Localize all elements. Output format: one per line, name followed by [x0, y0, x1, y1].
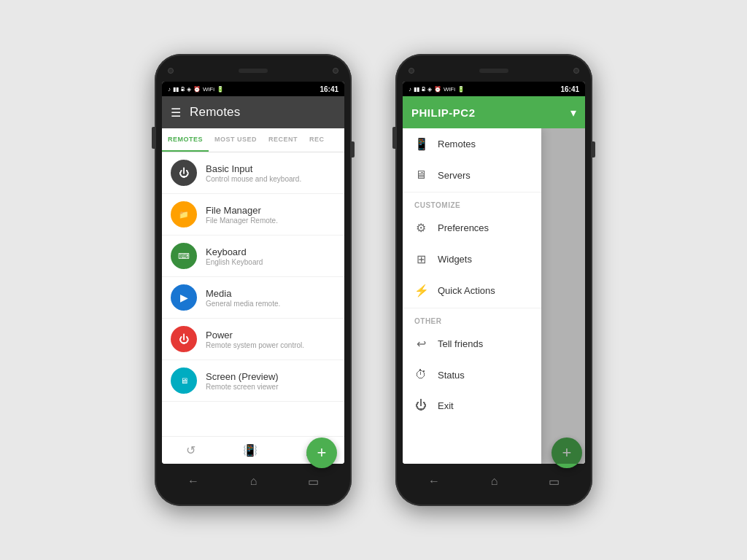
menu-item-servers[interactable]: 🖥 Servers [403, 160, 541, 190]
speaker [239, 69, 268, 73]
media-icon: ▶ [171, 284, 197, 311]
widgets-icon: ⊞ [414, 252, 427, 266]
back-nav-icon-2[interactable]: ← [428, 475, 440, 488]
nfc-icon-2: ◈ [427, 86, 432, 93]
volume-button-2[interactable] [392, 127, 395, 149]
quick-actions-label: Quick Actions [438, 285, 495, 296]
bluetooth-icon-2: Ƀ [422, 86, 425, 93]
divider-1 [403, 192, 541, 192]
status-left-icons-2: ♪ ▮▮ Ƀ ◈ ⏰ WiFi 🔋 [409, 86, 465, 93]
list-item[interactable]: 📁 File Manager File Manager Remote. [162, 194, 344, 236]
camera-sensor-3 [409, 68, 414, 74]
alarm-icon: ⏰ [193, 86, 201, 93]
phone-1: ♪ ▮▮ Ƀ ◈ ⏰ WiFi 🔋 16:41 ☰ Remotes REMOTE… [155, 54, 352, 506]
media-name: Media [206, 288, 280, 299]
drawer-overlay[interactable] [541, 128, 585, 464]
camera-sensor-4 [573, 68, 579, 74]
menu-item-exit[interactable]: ⏻ Exit [403, 390, 541, 421]
list-item[interactable]: ▶ Media General media remote. [162, 277, 344, 319]
phone-top-bar-2 [403, 66, 585, 82]
drawer-container: 📱 Remotes 🖥 Servers Customize ⚙ Preferen… [403, 128, 585, 464]
back-nav-icon[interactable]: ← [187, 475, 199, 488]
tell-friends-icon: ↩ [414, 337, 427, 351]
recents-nav-icon[interactable]: ▭ [308, 475, 319, 489]
wifi-icon: WiFi [203, 86, 214, 93]
wifi-icon-2: WiFi [444, 86, 455, 93]
spotify-icon-2: ♪ [409, 86, 411, 93]
tabs-1: REMOTES MOST USED RECENT REC [162, 128, 344, 152]
list-item[interactable]: ⌨ Keyboard English Keyboard [162, 236, 344, 277]
bottom-nav-1: ← ⌂ ▭ [162, 464, 344, 494]
exit-icon: ⏻ [414, 399, 427, 412]
phone-top-bar [162, 66, 344, 82]
speaker-2 [479, 69, 508, 73]
remote-list: ⏻ Basic Input Control mouse and keyboard… [162, 152, 344, 436]
widgets-label: Widgets [438, 254, 472, 265]
status-label: Status [438, 370, 465, 381]
fab-add-icon: + [317, 443, 327, 462]
preferences-icon: ⚙ [414, 221, 427, 235]
power-button[interactable] [352, 141, 355, 158]
tab-most-used[interactable]: MOST USED [209, 128, 263, 152]
screen-preview-desc: Remote screen viewer [206, 383, 279, 391]
divider-2 [403, 308, 541, 308]
app-bar-title-1: Remotes [190, 105, 240, 120]
volume-button[interactable] [152, 127, 155, 149]
server-name: PHILIP-PC2 [411, 106, 476, 119]
basic-input-name: Basic Input [206, 163, 301, 174]
preferences-label: Preferences [438, 222, 489, 233]
menu-item-widgets[interactable]: ⊞ Widgets [403, 244, 541, 275]
basic-input-desc: Control mouse and keyboard. [206, 175, 301, 183]
spotify-icon: ♪ [168, 86, 171, 93]
keyboard-name: Keyboard [206, 246, 263, 257]
status-bar-2: ♪ ▮▮ Ƀ ◈ ⏰ WiFi 🔋 16:41 [403, 82, 585, 96]
list-item[interactable]: ⏻ Power Remote system power control. [162, 319, 344, 360]
menu-item-status[interactable]: ⏱ Status [403, 359, 541, 390]
quick-actions-icon: ⚡ [414, 284, 427, 298]
recents-nav-icon-2[interactable]: ▭ [549, 475, 560, 489]
keyboard-icon: ⌨ [171, 243, 197, 269]
nfc-icon: ◈ [187, 86, 191, 93]
power-button-2[interactable] [592, 141, 595, 158]
power-name: Power [206, 330, 304, 341]
battery-icon-2: 🔋 [457, 86, 465, 93]
alarm-icon-2: ⏰ [434, 86, 441, 93]
basic-input-icon: ⏻ [171, 160, 197, 186]
status-time-2: 16:41 [560, 85, 579, 93]
hamburger-icon[interactable]: ☰ [171, 106, 181, 120]
camera-sensor [168, 68, 174, 74]
drawer-menu: 📱 Remotes 🖥 Servers Customize ⚙ Preferen… [403, 128, 541, 464]
status-bar-1: ♪ ▮▮ Ƀ ◈ ⏰ WiFi 🔋 16:41 [162, 82, 344, 96]
status-time-1: 16:41 [320, 85, 338, 93]
file-manager-desc: File Manager Remote. [206, 217, 278, 225]
status-left-icons: ♪ ▮▮ Ƀ ◈ ⏰ WiFi 🔋 [168, 86, 224, 93]
file-manager-name: File Manager [206, 205, 278, 216]
vibrate-icon[interactable]: 📳 [243, 443, 258, 457]
list-item[interactable]: 🖥 Screen (Preview) Remote screen viewer [162, 360, 344, 402]
remotes-menu-label: Remotes [438, 139, 476, 149]
tab-rec[interactable]: REC [303, 128, 330, 152]
home-nav-icon[interactable]: ⌂ [250, 475, 258, 488]
camera-sensor-2 [333, 68, 338, 74]
servers-menu-icon: 🖥 [414, 168, 427, 182]
menu-item-preferences[interactable]: ⚙ Preferences [403, 212, 541, 244]
tab-recent[interactable]: RECENT [263, 128, 303, 152]
phone-2: ♪ ▮▮ Ƀ ◈ ⏰ WiFi 🔋 16:41 PHILIP-PC2 ▾ [395, 54, 592, 506]
home-nav-icon-2[interactable]: ⌂ [491, 475, 498, 488]
menu-item-tell-friends[interactable]: ↩ Tell friends [403, 328, 541, 359]
keyboard-desc: English Keyboard [206, 258, 263, 266]
phone-1-screen: ♪ ▮▮ Ƀ ◈ ⏰ WiFi 🔋 16:41 ☰ Remotes REMOTE… [162, 82, 344, 464]
power-desc: Remote system power control. [206, 341, 304, 349]
dropdown-arrow-icon[interactable]: ▾ [570, 106, 576, 120]
signal-icon-2: ▮▮ [414, 86, 419, 93]
app-bar-1: ☰ Remotes [162, 96, 344, 128]
fab-add-button[interactable]: + [306, 438, 337, 464]
bluetooth-icon: Ƀ [181, 86, 185, 93]
menu-item-remotes[interactable]: 📱 Remotes [403, 128, 541, 160]
screen-preview-icon: 🖥 [171, 368, 197, 394]
menu-item-quick-actions[interactable]: ⚡ Quick Actions [403, 275, 541, 306]
screen-preview-name: Screen (Preview) [206, 371, 279, 382]
refresh-icon[interactable]: ↺ [186, 443, 196, 457]
list-item[interactable]: ⏻ Basic Input Control mouse and keyboard… [162, 152, 344, 194]
tab-remotes[interactable]: REMOTES [162, 128, 209, 152]
